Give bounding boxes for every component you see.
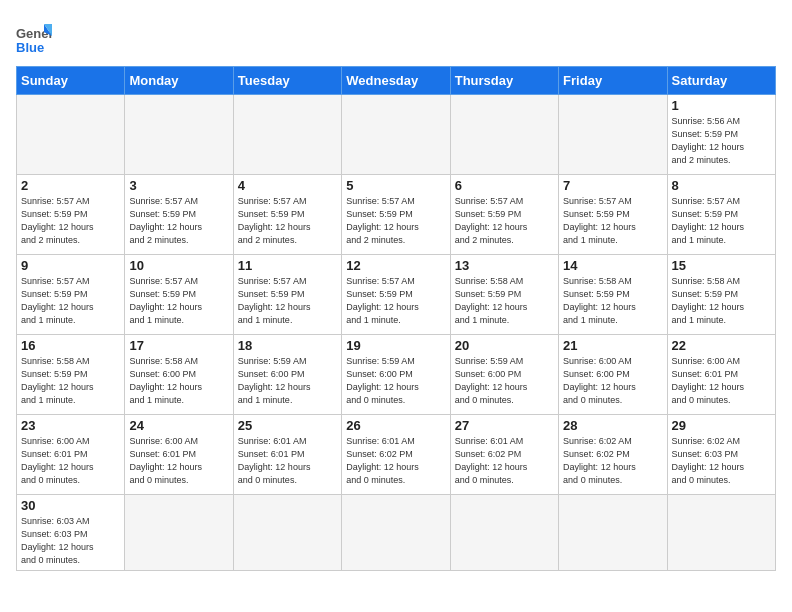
- day-info: Sunrise: 5:57 AM Sunset: 5:59 PM Dayligh…: [238, 195, 337, 247]
- calendar-day-cell: 2Sunrise: 5:57 AM Sunset: 5:59 PM Daylig…: [17, 175, 125, 255]
- calendar-day-cell: 13Sunrise: 5:58 AM Sunset: 5:59 PM Dayli…: [450, 255, 558, 335]
- calendar-week-row: 30Sunrise: 6:03 AM Sunset: 6:03 PM Dayli…: [17, 495, 776, 571]
- day-number: 28: [563, 418, 662, 433]
- calendar-day-cell: 19Sunrise: 5:59 AM Sunset: 6:00 PM Dayli…: [342, 335, 450, 415]
- day-info: Sunrise: 5:58 AM Sunset: 5:59 PM Dayligh…: [455, 275, 554, 327]
- calendar-day-cell: [17, 95, 125, 175]
- calendar-day-cell: 8Sunrise: 5:57 AM Sunset: 5:59 PM Daylig…: [667, 175, 775, 255]
- calendar-day-cell: 20Sunrise: 5:59 AM Sunset: 6:00 PM Dayli…: [450, 335, 558, 415]
- day-info: Sunrise: 5:57 AM Sunset: 5:59 PM Dayligh…: [129, 195, 228, 247]
- calendar-week-row: 2Sunrise: 5:57 AM Sunset: 5:59 PM Daylig…: [17, 175, 776, 255]
- day-number: 21: [563, 338, 662, 353]
- day-info: Sunrise: 5:57 AM Sunset: 5:59 PM Dayligh…: [563, 195, 662, 247]
- day-number: 25: [238, 418, 337, 433]
- day-number: 10: [129, 258, 228, 273]
- day-info: Sunrise: 5:57 AM Sunset: 5:59 PM Dayligh…: [21, 195, 120, 247]
- day-info: Sunrise: 5:58 AM Sunset: 5:59 PM Dayligh…: [672, 275, 771, 327]
- calendar-day-cell: [450, 495, 558, 571]
- calendar-day-cell: [233, 95, 341, 175]
- calendar-day-cell: 7Sunrise: 5:57 AM Sunset: 5:59 PM Daylig…: [559, 175, 667, 255]
- day-info: Sunrise: 6:00 AM Sunset: 6:00 PM Dayligh…: [563, 355, 662, 407]
- day-info: Sunrise: 5:57 AM Sunset: 5:59 PM Dayligh…: [238, 275, 337, 327]
- day-info: Sunrise: 6:00 AM Sunset: 6:01 PM Dayligh…: [21, 435, 120, 487]
- day-info: Sunrise: 5:57 AM Sunset: 5:59 PM Dayligh…: [21, 275, 120, 327]
- day-info: Sunrise: 5:58 AM Sunset: 5:59 PM Dayligh…: [563, 275, 662, 327]
- weekday-header-monday: Monday: [125, 67, 233, 95]
- calendar-week-row: 9Sunrise: 5:57 AM Sunset: 5:59 PM Daylig…: [17, 255, 776, 335]
- day-number: 7: [563, 178, 662, 193]
- day-info: Sunrise: 6:03 AM Sunset: 6:03 PM Dayligh…: [21, 515, 120, 567]
- calendar-day-cell: 11Sunrise: 5:57 AM Sunset: 5:59 PM Dayli…: [233, 255, 341, 335]
- calendar-day-cell: 16Sunrise: 5:58 AM Sunset: 5:59 PM Dayli…: [17, 335, 125, 415]
- calendar-week-row: 23Sunrise: 6:00 AM Sunset: 6:01 PM Dayli…: [17, 415, 776, 495]
- day-number: 20: [455, 338, 554, 353]
- calendar-week-row: 1Sunrise: 5:56 AM Sunset: 5:59 PM Daylig…: [17, 95, 776, 175]
- weekday-header-sunday: Sunday: [17, 67, 125, 95]
- weekday-header-saturday: Saturday: [667, 67, 775, 95]
- calendar-day-cell: [125, 95, 233, 175]
- day-number: 23: [21, 418, 120, 433]
- day-number: 22: [672, 338, 771, 353]
- day-info: Sunrise: 5:59 AM Sunset: 6:00 PM Dayligh…: [346, 355, 445, 407]
- day-number: 12: [346, 258, 445, 273]
- day-info: Sunrise: 5:58 AM Sunset: 6:00 PM Dayligh…: [129, 355, 228, 407]
- calendar-day-cell: 12Sunrise: 5:57 AM Sunset: 5:59 PM Dayli…: [342, 255, 450, 335]
- calendar-day-cell: 1Sunrise: 5:56 AM Sunset: 5:59 PM Daylig…: [667, 95, 775, 175]
- day-info: Sunrise: 6:00 AM Sunset: 6:01 PM Dayligh…: [129, 435, 228, 487]
- calendar-day-cell: 6Sunrise: 5:57 AM Sunset: 5:59 PM Daylig…: [450, 175, 558, 255]
- weekday-header-row: SundayMondayTuesdayWednesdayThursdayFrid…: [17, 67, 776, 95]
- day-info: Sunrise: 6:02 AM Sunset: 6:02 PM Dayligh…: [563, 435, 662, 487]
- calendar-day-cell: 26Sunrise: 6:01 AM Sunset: 6:02 PM Dayli…: [342, 415, 450, 495]
- calendar-day-cell: 24Sunrise: 6:00 AM Sunset: 6:01 PM Dayli…: [125, 415, 233, 495]
- calendar-day-cell: [125, 495, 233, 571]
- calendar-day-cell: 29Sunrise: 6:02 AM Sunset: 6:03 PM Dayli…: [667, 415, 775, 495]
- svg-text:Blue: Blue: [16, 40, 44, 55]
- day-number: 27: [455, 418, 554, 433]
- calendar-day-cell: 25Sunrise: 6:01 AM Sunset: 6:01 PM Dayli…: [233, 415, 341, 495]
- calendar-day-cell: 5Sunrise: 5:57 AM Sunset: 5:59 PM Daylig…: [342, 175, 450, 255]
- day-number: 2: [21, 178, 120, 193]
- calendar-day-cell: 17Sunrise: 5:58 AM Sunset: 6:00 PM Dayli…: [125, 335, 233, 415]
- day-number: 26: [346, 418, 445, 433]
- day-number: 9: [21, 258, 120, 273]
- calendar-day-cell: [342, 95, 450, 175]
- day-number: 3: [129, 178, 228, 193]
- day-number: 16: [21, 338, 120, 353]
- day-number: 8: [672, 178, 771, 193]
- day-number: 30: [21, 498, 120, 513]
- weekday-header-thursday: Thursday: [450, 67, 558, 95]
- logo: General Blue: [16, 22, 52, 58]
- day-number: 29: [672, 418, 771, 433]
- calendar-day-cell: 22Sunrise: 6:00 AM Sunset: 6:01 PM Dayli…: [667, 335, 775, 415]
- calendar-day-cell: 15Sunrise: 5:58 AM Sunset: 5:59 PM Dayli…: [667, 255, 775, 335]
- day-number: 4: [238, 178, 337, 193]
- day-info: Sunrise: 5:57 AM Sunset: 5:59 PM Dayligh…: [129, 275, 228, 327]
- calendar-day-cell: 28Sunrise: 6:02 AM Sunset: 6:02 PM Dayli…: [559, 415, 667, 495]
- day-info: Sunrise: 5:57 AM Sunset: 5:59 PM Dayligh…: [455, 195, 554, 247]
- day-number: 24: [129, 418, 228, 433]
- day-info: Sunrise: 5:57 AM Sunset: 5:59 PM Dayligh…: [346, 195, 445, 247]
- day-number: 14: [563, 258, 662, 273]
- weekday-header-wednesday: Wednesday: [342, 67, 450, 95]
- calendar-week-row: 16Sunrise: 5:58 AM Sunset: 5:59 PM Dayli…: [17, 335, 776, 415]
- day-info: Sunrise: 5:59 AM Sunset: 6:00 PM Dayligh…: [455, 355, 554, 407]
- day-number: 18: [238, 338, 337, 353]
- day-info: Sunrise: 6:01 AM Sunset: 6:01 PM Dayligh…: [238, 435, 337, 487]
- calendar-day-cell: [450, 95, 558, 175]
- day-info: Sunrise: 6:02 AM Sunset: 6:03 PM Dayligh…: [672, 435, 771, 487]
- day-info: Sunrise: 5:57 AM Sunset: 5:59 PM Dayligh…: [672, 195, 771, 247]
- page-header: General Blue: [16, 16, 776, 58]
- calendar-day-cell: 14Sunrise: 5:58 AM Sunset: 5:59 PM Dayli…: [559, 255, 667, 335]
- calendar-day-cell: 9Sunrise: 5:57 AM Sunset: 5:59 PM Daylig…: [17, 255, 125, 335]
- day-number: 17: [129, 338, 228, 353]
- day-info: Sunrise: 5:59 AM Sunset: 6:00 PM Dayligh…: [238, 355, 337, 407]
- day-number: 11: [238, 258, 337, 273]
- calendar-day-cell: 10Sunrise: 5:57 AM Sunset: 5:59 PM Dayli…: [125, 255, 233, 335]
- day-info: Sunrise: 5:58 AM Sunset: 5:59 PM Dayligh…: [21, 355, 120, 407]
- calendar-day-cell: 4Sunrise: 5:57 AM Sunset: 5:59 PM Daylig…: [233, 175, 341, 255]
- calendar-day-cell: [559, 495, 667, 571]
- calendar-day-cell: [233, 495, 341, 571]
- calendar-table: SundayMondayTuesdayWednesdayThursdayFrid…: [16, 66, 776, 571]
- day-info: Sunrise: 5:57 AM Sunset: 5:59 PM Dayligh…: [346, 275, 445, 327]
- day-info: Sunrise: 6:00 AM Sunset: 6:01 PM Dayligh…: [672, 355, 771, 407]
